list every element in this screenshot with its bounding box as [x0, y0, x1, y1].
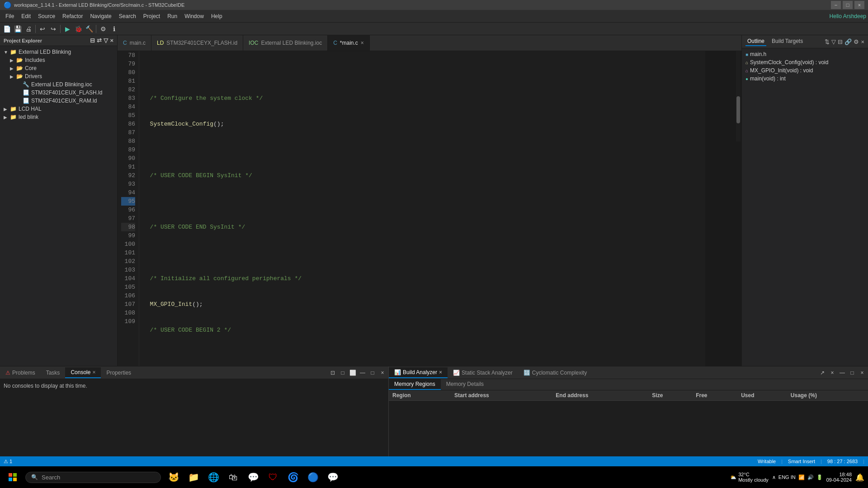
outline-sort-icon[interactable]: ⇅	[825, 38, 830, 45]
tree-item-flash-ld[interactable]: 📃 STM32F401CEUX_FLASH.ld	[0, 89, 117, 97]
toolbar-settings[interactable]: ⚙	[98, 24, 108, 34]
menu-help[interactable]: Help	[208, 11, 226, 21]
menu-run[interactable]: Run	[164, 11, 181, 21]
toolbar-debug[interactable]: 🐞	[73, 24, 83, 34]
taskbar-app-ide[interactable]: 🔵	[304, 468, 322, 486]
maximize-button[interactable]: □	[843, 1, 853, 9]
outline-collapse-icon[interactable]: ⊟	[838, 38, 843, 45]
status-writable[interactable]: Writable	[758, 459, 776, 464]
outline-close-icon[interactable]: ×	[861, 38, 864, 45]
build-analyzer-close[interactable]: ×	[439, 369, 442, 375]
build-icon-maximize[interactable]: □	[848, 369, 856, 377]
status-position[interactable]: 98 : 27 : 2683	[827, 459, 858, 464]
menu-edit[interactable]: Edit	[18, 11, 34, 21]
chevron-up-icon[interactable]: ∧	[772, 474, 776, 480]
build-targets-tab[interactable]: Build Targets	[770, 37, 805, 46]
tree-item-core[interactable]: ▶ 📂 Core	[0, 64, 117, 72]
taskbar-app-av[interactable]: 🛡	[264, 468, 282, 486]
tab-flash-ld[interactable]: LD STM32F401CEYX_FLASH.id	[151, 35, 243, 51]
sidebar-close-icon[interactable]: ×	[110, 37, 113, 44]
bottom-icon-close[interactable]: ×	[378, 369, 387, 377]
outline-link-icon[interactable]: 🔗	[844, 38, 852, 45]
memory-regions-tab[interactable]: Memory Regions	[389, 379, 441, 390]
taskbar-clock[interactable]: 18:48 09-04-2024	[826, 472, 852, 483]
tree-item-ioc[interactable]: 🔧 External LED Blinking.ioc	[0, 80, 117, 89]
taskbar-search-box[interactable]: 🔍 Search	[25, 472, 161, 483]
menu-navigate[interactable]: Navigate	[86, 11, 115, 21]
bottom-icon-3[interactable]: ⬜	[349, 369, 357, 377]
toolbar-save[interactable]: 💾	[13, 24, 23, 34]
bottom-tab-console[interactable]: Console ×	[65, 367, 101, 378]
taskbar-app-edge[interactable]: 🌐	[204, 468, 222, 486]
build-icon-1[interactable]: ↗	[818, 369, 826, 377]
tree-item-drivers[interactable]: ▶ 📂 Drivers	[0, 72, 117, 80]
toolbar-run[interactable]: ▶	[62, 24, 72, 34]
outline-item-mainh[interactable]: ■ main.h	[744, 50, 866, 58]
status-errors[interactable]: ⚠ 1	[4, 459, 12, 465]
bottom-tab-tasks[interactable]: Tasks	[41, 368, 66, 378]
taskbar-app-files[interactable]: 📁	[184, 468, 203, 486]
tab-close-button[interactable]: ×	[361, 40, 364, 46]
weather-widget[interactable]: ⛅ 32°C Mostly cloudy	[730, 472, 769, 483]
menu-project[interactable]: Project	[140, 11, 164, 21]
bottom-icon-minimize[interactable]: —	[359, 369, 367, 377]
toolbar-new[interactable]: 📄	[2, 24, 12, 34]
code-editor[interactable]: 78 79 80 81 82 83 84 85 86 87 88 89 90 9…	[118, 51, 741, 366]
taskbar-app-whatsapp[interactable]: 💬	[324, 468, 342, 486]
tree-item-lcd-hal[interactable]: ▶ 📁 LCD HAL	[0, 105, 117, 113]
bottom-tab-problems[interactable]: ⚠ Problems	[0, 368, 41, 378]
tree-item-project[interactable]: ▼ 📁 External LED Blinking	[0, 48, 117, 56]
tab-main-c-dirty[interactable]: C *main.c ×	[328, 35, 370, 51]
menu-source[interactable]: Source	[34, 11, 59, 21]
menu-window[interactable]: Window	[181, 11, 208, 21]
menu-refactor[interactable]: Refactor	[59, 11, 86, 21]
bottom-icon-1[interactable]: ⊡	[329, 369, 337, 377]
toolbar-undo[interactable]: ↩	[38, 24, 47, 34]
taskbar-start-button[interactable]	[4, 468, 22, 486]
outline-settings-icon[interactable]: ⚙	[854, 38, 859, 45]
tree-item-includes[interactable]: ▶ 📂 Includes	[0, 56, 117, 64]
menu-file[interactable]: File	[2, 11, 18, 21]
bottom-icon-2[interactable]: □	[339, 369, 347, 377]
menu-search[interactable]: Search	[115, 11, 140, 21]
memory-details-tab[interactable]: Memory Details	[441, 379, 489, 390]
taskbar-app-teams[interactable]: 💬	[244, 468, 262, 486]
status-insert-mode[interactable]: Smart Insert	[788, 459, 815, 464]
sidebar-sync-icon[interactable]: ⇄	[97, 37, 102, 44]
bottom-tab-properties[interactable]: Properties	[101, 368, 137, 378]
outline-tab[interactable]: Outline	[745, 37, 766, 46]
build-icon-close[interactable]: ×	[858, 369, 866, 377]
minimize-button[interactable]: −	[831, 1, 841, 9]
toolbar-print[interactable]: 🖨	[24, 24, 33, 34]
tab-main-c[interactable]: C main.c	[118, 35, 151, 51]
volume-icon[interactable]: 🔊	[807, 474, 814, 480]
toolbar-info[interactable]: ℹ	[109, 24, 119, 34]
bottom-icon-maximize[interactable]: □	[368, 369, 377, 377]
taskbar-app-store[interactable]: 🛍	[224, 468, 242, 486]
outline-item-systemclock[interactable]: ⌂ SystemClock_Config(void) : void	[744, 58, 866, 66]
wifi-icon[interactable]: 📶	[798, 474, 805, 480]
build-icon-2[interactable]: ×	[828, 369, 836, 377]
outline-filter-icon[interactable]: ▽	[831, 38, 836, 45]
outline-item-main[interactable]: ● main(void) : int	[744, 75, 866, 83]
sidebar-collapse-icon[interactable]: ⊟	[90, 37, 95, 44]
taskbar-app-widgets[interactable]: 🐱	[165, 468, 183, 486]
toolbar-redo[interactable]: ↪	[48, 24, 58, 34]
close-button[interactable]: ×	[854, 1, 864, 9]
static-stack-tab[interactable]: 📈 Static Stack Analyzer	[448, 368, 518, 378]
build-analyzer-tab[interactable]: 📊 Build Analyzer ×	[389, 367, 448, 378]
toolbar-build[interactable]: 🔨	[84, 24, 94, 34]
tree-item-led-blink[interactable]: ▶ 📁 led blink	[0, 113, 117, 121]
taskbar-app-chrome[interactable]: 🌀	[284, 468, 302, 486]
tree-item-ram-ld[interactable]: 📃 STM32F401CEUX_RAM.ld	[0, 97, 117, 105]
build-icon-minimize[interactable]: —	[838, 369, 846, 377]
console-close-icon[interactable]: ×	[92, 369, 95, 375]
notification-icon[interactable]: 🔔	[855, 473, 864, 482]
cyclomatic-tab[interactable]: 🔢 Cyclomatic Complexity	[518, 368, 592, 378]
battery-icon[interactable]: 🔋	[816, 474, 823, 480]
sidebar-filter-icon[interactable]: ▽	[104, 37, 108, 44]
lang-icon[interactable]: ENG IN	[778, 474, 796, 480]
code-content[interactable]: /* Configure the system clock */ SystemC…	[139, 51, 705, 366]
tab-ioc[interactable]: IOC External LED Blinking.ioc	[243, 35, 328, 51]
outline-item-mxgpio[interactable]: ⌂ MX_GPIO_Init(void) : void	[744, 66, 866, 75]
